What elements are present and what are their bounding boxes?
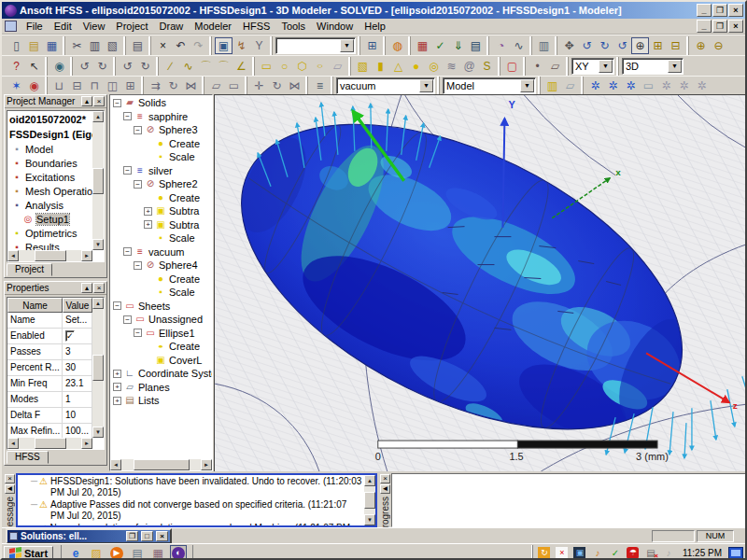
- new-icon[interactable]: ▯: [7, 37, 25, 54]
- close-panel-button[interactable]: ×: [93, 96, 105, 106]
- separate-bodies-icon[interactable]: ⊞: [121, 77, 139, 94]
- display-tray-icon[interactable]: [728, 547, 743, 559]
- edit-cs-icon[interactable]: ▭: [640, 77, 657, 94]
- solid-display-icon[interactable]: ▥: [543, 77, 561, 94]
- expand-minus-icon[interactable]: −: [134, 126, 142, 134]
- project-tree-item-excitations[interactable]: ▪Excitations: [9, 170, 92, 184]
- media-player-icon[interactable]: ▶: [108, 545, 125, 560]
- model-tree-item-coverl[interactable]: ▣CoverL: [112, 354, 212, 368]
- property-value[interactable]: 3: [63, 344, 92, 359]
- move-icon[interactable]: ✛: [250, 77, 268, 94]
- model-tree-item-ellipse1[interactable]: −▭Ellipse1: [112, 327, 212, 341]
- material-combo[interactable]: vacuum▼: [336, 77, 435, 94]
- model-tree-item-coordinate-system[interactable]: +∟Coordinate System: [112, 367, 212, 381]
- remote-analysis-icon[interactable]: ↯: [233, 37, 250, 54]
- expand-plus-icon[interactable]: +: [144, 207, 152, 216]
- child-restore-button[interactable]: ❐: [712, 20, 727, 33]
- property-row-enabled[interactable]: Enabled✓: [7, 329, 92, 344]
- message-item-2[interactable]: ─⚠Adaptive Passes did not converge based…: [31, 499, 362, 522]
- plot-icon[interactable]: ∿: [510, 37, 528, 54]
- tab-project[interactable]: Project: [7, 263, 52, 276]
- unite-icon[interactable]: ⊔: [50, 77, 68, 94]
- draw-spiral-icon[interactable]: @: [460, 58, 478, 75]
- section-icon[interactable]: ▱: [207, 77, 225, 94]
- pin-progress-panel-icon[interactable]: ◄: [380, 484, 390, 494]
- close-panel-button[interactable]: ×: [93, 283, 105, 293]
- close-progress-panel-icon[interactable]: ×: [380, 474, 390, 483]
- property-row-name[interactable]: NameSet...: [7, 313, 92, 329]
- delete-icon[interactable]: ×: [154, 37, 172, 54]
- dropdown-arrow-icon[interactable]: ▼: [668, 60, 682, 73]
- property-value[interactable]: 10: [63, 408, 92, 423]
- add-design-icon[interactable]: ⊞: [363, 37, 381, 54]
- solutions-restore-button[interactable]: ❐: [126, 531, 138, 541]
- open-icon[interactable]: ▤: [25, 37, 43, 54]
- expand-minus-icon[interactable]: −: [123, 112, 132, 120]
- property-value[interactable]: Set...: [63, 313, 92, 328]
- rotate-axis-icon[interactable]: ↻: [596, 37, 613, 54]
- draw-polyline-icon[interactable]: ∠: [233, 58, 250, 75]
- copy-icon[interactable]: ▥: [86, 37, 104, 54]
- solutions-maximize-button[interactable]: □: [141, 531, 153, 541]
- property-row-minfreq[interactable]: Min Freq23.1: [7, 376, 92, 392]
- modeler-3d-viewport[interactable]: Y x z 0 1.5 3 (mm): [214, 94, 747, 471]
- properties-header[interactable]: Properties ▴ ×: [5, 282, 106, 295]
- wcs-icon[interactable]: ✲: [657, 77, 675, 94]
- model-tree-item-create[interactable]: ●Create: [112, 273, 212, 287]
- model-tree-item-unassigned[interactable]: −▭Unassigned: [112, 313, 212, 327]
- scroll-down-icon[interactable]: ▼: [92, 239, 104, 250]
- avira-icon[interactable]: ☂: [626, 546, 641, 560]
- properties-vscrollbar[interactable]: ▲ ▼: [92, 298, 104, 438]
- duplicate-along-line-icon[interactable]: ⇉: [147, 77, 164, 94]
- context-help-icon[interactable]: ↖: [25, 58, 43, 75]
- expand-plus-icon[interactable]: +: [144, 220, 152, 229]
- model-tree-item-create[interactable]: ●Create: [112, 340, 212, 354]
- vscroll-thumb[interactable]: [92, 168, 104, 194]
- solutions-title-bar[interactable]: Solutions: ell... ❐ □ ×: [7, 530, 170, 542]
- draw-line-icon[interactable]: ∕: [162, 58, 179, 75]
- close-message-panel-icon[interactable]: ×: [5, 474, 15, 483]
- model-tree-item-create[interactable]: ●Create: [112, 191, 212, 205]
- display-settings-icon[interactable]: ▣: [572, 546, 587, 560]
- rotate-screen-icon[interactable]: ↺: [613, 37, 631, 54]
- model-history-tree[interactable]: −▰Solids−≡sapphire−⊘Sphere3●Create▪Scale…: [110, 95, 212, 459]
- model-tree-item-vacuum[interactable]: −≡vacuum: [112, 245, 212, 259]
- draw-cone-icon[interactable]: △: [389, 58, 407, 75]
- draw-arc-center-icon[interactable]: ⌒: [197, 58, 215, 75]
- model-tree-item-scale[interactable]: ▪Scale: [112, 150, 212, 164]
- solutions-close-button[interactable]: ×: [156, 531, 168, 541]
- property-row-modes[interactable]: Modes1: [7, 392, 92, 408]
- rotate-view3-icon[interactable]: ↺: [119, 58, 136, 75]
- model-tree-item-sphere3[interactable]: −⊘Sphere3: [112, 123, 212, 137]
- draw-rectangle-icon[interactable]: ▭: [258, 58, 275, 75]
- menu-window[interactable]: Window: [311, 20, 359, 33]
- project-tree-item-analysis[interactable]: ▪Analysis: [9, 198, 92, 212]
- subtract-icon[interactable]: ⊟: [68, 77, 86, 94]
- start-button[interactable]: Start: [4, 546, 53, 560]
- assign-material-icon[interactable]: ≡: [311, 77, 329, 94]
- message-list[interactable]: ─⚠HFSSDesign1: Solutions have been inval…: [18, 475, 364, 525]
- menu-tools[interactable]: Tools: [275, 20, 311, 33]
- title-bar[interactable]: Ansoft HFSS - ellipsoid2015072002 - HFSS…: [2, 2, 745, 19]
- mesh-display-icon[interactable]: ◉: [25, 77, 43, 94]
- expand-minus-icon[interactable]: −: [113, 99, 121, 107]
- project-tree-item-boundaries[interactable]: ▪Boundaries: [9, 156, 92, 170]
- analyze-all-icon[interactable]: ⇓: [449, 37, 467, 54]
- duplicate-mirror-icon[interactable]: ⋈: [182, 77, 200, 94]
- model-tree-item-create[interactable]: ●Create: [112, 137, 212, 151]
- draw-point-icon[interactable]: •: [529, 58, 546, 75]
- non-model-object-icon[interactable]: ▢: [503, 58, 521, 75]
- rotate-view1-icon[interactable]: ↺: [76, 58, 93, 75]
- document-error-icon[interactable]: ×: [555, 546, 570, 560]
- project-tree-item-results[interactable]: ▪Results: [9, 240, 92, 250]
- draw-circle-icon[interactable]: ○: [275, 58, 293, 75]
- vscroll-thumb[interactable]: [92, 355, 104, 381]
- zoom-out-icon[interactable]: ⊖: [710, 37, 727, 54]
- scroll-right-icon[interactable]: ►: [81, 438, 92, 449]
- local-machine-icon[interactable]: ▣: [215, 37, 233, 54]
- hfss-icon[interactable]: ◐: [170, 545, 187, 560]
- intersect-icon[interactable]: ⊓: [86, 77, 104, 94]
- property-row-deltaf[interactable]: Delta F10: [7, 408, 92, 424]
- menu-hfss[interactable]: HFSS: [237, 20, 275, 33]
- pan-icon[interactable]: ✥: [560, 37, 578, 54]
